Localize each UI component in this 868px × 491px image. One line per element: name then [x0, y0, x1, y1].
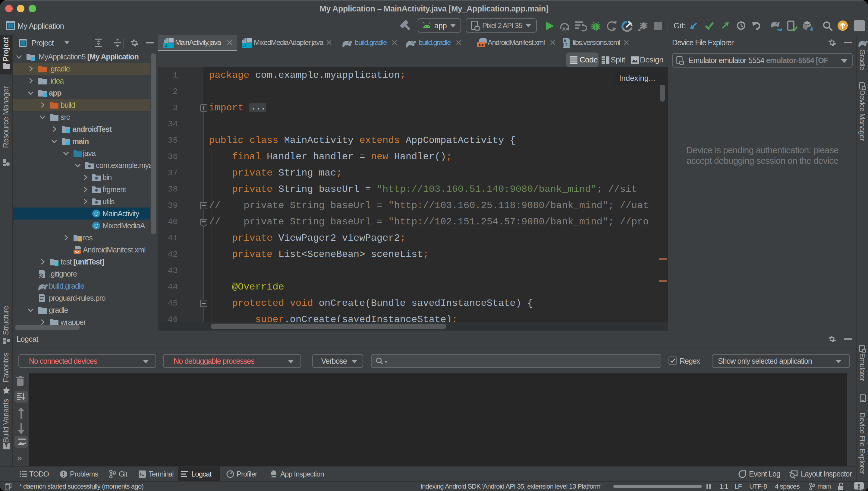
svg-text:A: A — [562, 27, 566, 32]
svg-text:A: A — [612, 27, 615, 32]
svg-text:C: C — [94, 211, 98, 217]
svg-text:J: J — [165, 43, 167, 48]
svg-text:J: J — [243, 43, 246, 48]
svg-text:<>: <> — [478, 43, 484, 48]
svg-text:<>: <> — [75, 250, 80, 254]
svg-text:C: C — [94, 223, 98, 229]
svg-text:[T]: [T] — [562, 42, 570, 47]
